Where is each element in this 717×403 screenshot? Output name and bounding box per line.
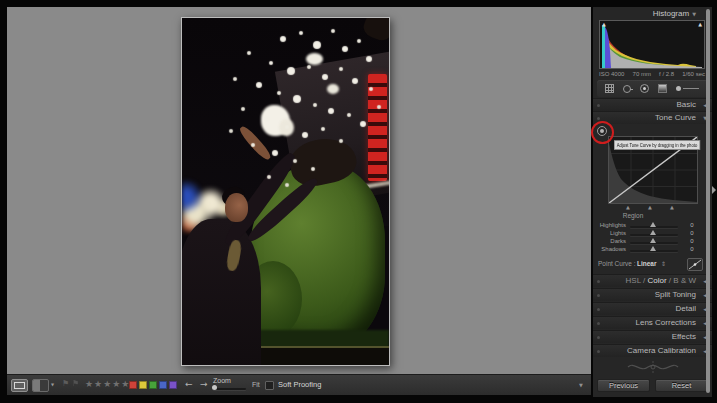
reset-button[interactable]: Reset	[655, 379, 708, 392]
tool-strip	[597, 80, 708, 97]
adjustment-brush-icon[interactable]	[676, 84, 700, 93]
panel-header-lens-corrections[interactable]: Lens Corrections ◀	[593, 316, 712, 329]
star-1[interactable]: ★	[85, 379, 94, 389]
zoom-slider-track[interactable]	[213, 388, 246, 390]
lightroom-develop-window: ▼ ⚑ ⚑ ★★★★★ ← → Zoom Fit Soft Proofing ▼…	[0, 0, 717, 403]
exif-aperture: f / 2.8	[659, 71, 674, 77]
spot-removal-icon[interactable]	[623, 85, 631, 93]
slider-thumb[interactable]	[650, 230, 656, 235]
curve-split-marker[interactable]: ▲	[626, 204, 630, 210]
panel-header-basic[interactable]: Basic ◀	[593, 98, 712, 111]
previous-photo-arrow-icon[interactable]: ←	[185, 378, 193, 391]
color-label-green[interactable]	[149, 381, 157, 389]
slider-label: Shadows	[593, 246, 626, 252]
slider-label: Lights	[593, 230, 626, 236]
next-photo-arrow-icon[interactable]: →	[200, 378, 208, 391]
exif-iso: ISO 4000	[599, 71, 624, 77]
panel-title-tone-curve: Tone Curve	[655, 113, 696, 122]
develop-toolbar: ▼ ⚑ ⚑ ★★★★★ ← → Zoom Fit Soft Proofing ▼	[7, 374, 591, 395]
histogram-title: Histogram	[653, 9, 689, 18]
exif-shutter: 1/60 sec	[682, 71, 705, 77]
star-rating-control: ★★★★★	[85, 379, 130, 390]
star-4[interactable]: ★	[112, 379, 121, 389]
before-after-dropdown-icon[interactable]: ▼	[51, 382, 54, 387]
slider-value: 0	[685, 246, 699, 252]
tooltip-text: Adjust Tone Curve by dragging in the pho…	[614, 140, 700, 150]
crop-overlay-icon[interactable]	[605, 84, 614, 93]
point-curve-mini-svg	[688, 259, 702, 270]
shadow-clipping-icon[interactable]: ▲	[602, 22, 606, 27]
photo-night-scene[interactable]	[181, 17, 390, 366]
histogram-disclosure-icon: ▼	[692, 11, 696, 17]
color-label-yellow[interactable]	[139, 381, 147, 389]
panel-header-effects[interactable]: Effects ◀	[593, 330, 712, 343]
panel-header-hsl-color-bw[interactable]: HSL / Color / B & W ◀	[593, 274, 712, 287]
panel-title-lens-corrections: Lens Corrections	[636, 318, 696, 327]
color-label-purple[interactable]	[169, 381, 177, 389]
right-panel-scrollbar[interactable]	[706, 9, 710, 393]
slider-row-lights: Lights 0	[593, 230, 712, 238]
slider-thumb[interactable]	[650, 238, 656, 243]
red-eye-icon[interactable]	[640, 84, 649, 93]
photo-red-sign	[368, 74, 387, 182]
slider-thumb[interactable]	[650, 222, 656, 227]
photo-foam-specks	[182, 18, 184, 20]
soft-proofing-label[interactable]: Soft Proofing	[278, 380, 321, 389]
panel-collapse-arrow-icon[interactable]	[712, 186, 716, 194]
loupe-view-icon	[14, 382, 25, 389]
slider-label: Highlights	[593, 222, 626, 228]
slider-value: 0	[685, 222, 699, 228]
slider-value: 0	[685, 238, 699, 244]
tone-curve-panel-body: ▲ ▲ ▲ Adjust Tone Curve by dragging in t…	[593, 124, 712, 274]
slider-row-shadows: Shadows 0	[593, 246, 712, 254]
histogram-panel-header[interactable]: Histogram▼	[593, 9, 696, 18]
color-label-blue[interactable]	[159, 381, 167, 389]
before-after-icon	[33, 380, 40, 391]
graduated-filter-icon[interactable]	[658, 84, 667, 93]
photo-canvas	[7, 7, 591, 374]
previous-button[interactable]: Previous	[597, 379, 650, 392]
panel-title-color[interactable]: Color	[648, 276, 667, 285]
point-curve-row: Point Curve : Linear ⇕	[593, 258, 712, 270]
right-panel: Histogram▼ ▲ ▲ ISO 4000 70 mm f / 2.8 1/…	[593, 7, 712, 397]
exif-info-row: ISO 4000 70 mm f / 2.8 1/60 sec	[599, 71, 705, 77]
zoom-fit-label[interactable]: Fit	[252, 381, 260, 388]
toolbar-options-dropdown-icon[interactable]: ▼	[579, 382, 583, 388]
star-2[interactable]: ★	[94, 379, 103, 389]
separator-slash: /	[669, 276, 671, 285]
panel-header-detail[interactable]: Detail ◀	[593, 302, 712, 315]
panel-title-hsl[interactable]: HSL	[626, 276, 641, 285]
panel-header-split-toning[interactable]: Split Toning ◀	[593, 288, 712, 301]
curve-split-marker[interactable]: ▲	[648, 204, 652, 210]
reject-flag-icon[interactable]: ⚑	[72, 379, 79, 389]
red-annotation-circle	[591, 121, 614, 144]
pick-flag-icon[interactable]: ⚑	[62, 379, 69, 389]
panel-end-ornament	[593, 359, 712, 377]
slider-thumb[interactable]	[650, 246, 656, 251]
point-curve-label: Point Curve :	[598, 260, 636, 267]
star-3[interactable]: ★	[103, 379, 112, 389]
panel-header-tone-curve[interactable]: Tone Curve ▼	[593, 111, 712, 124]
zoom-slider-thumb[interactable]	[212, 385, 217, 390]
edit-point-curve-icon[interactable]	[687, 258, 703, 271]
panel-title-camera-calibration: Camera Calibration	[627, 346, 696, 355]
slider-value: 0	[685, 230, 699, 236]
color-label-control	[129, 381, 177, 389]
panel-title-basic: Basic	[676, 100, 696, 109]
panel-title-bw[interactable]: B & W	[673, 276, 696, 285]
slider-row-darks: Darks 0	[593, 238, 712, 246]
curve-split-marker[interactable]: ▲	[670, 204, 674, 210]
point-curve-value[interactable]: Linear	[637, 260, 657, 267]
point-curve-select-icon[interactable]: ⇕	[661, 260, 666, 267]
before-after-view-button[interactable]	[32, 379, 49, 392]
photo-man-head	[225, 193, 248, 221]
histogram-graph[interactable]: ▲ ▲	[599, 20, 705, 69]
ornament-svg	[624, 359, 682, 375]
color-label-red[interactable]	[129, 381, 137, 389]
exif-focal-length: 70 mm	[633, 71, 651, 77]
panel-header-camera-calibration[interactable]: Camera Calibration ◀	[593, 344, 712, 357]
separator-slash: /	[643, 276, 645, 285]
highlight-clipping-icon[interactable]: ▲	[698, 22, 702, 27]
loupe-view-button[interactable]	[11, 379, 28, 392]
soft-proofing-checkbox[interactable]	[265, 381, 274, 390]
